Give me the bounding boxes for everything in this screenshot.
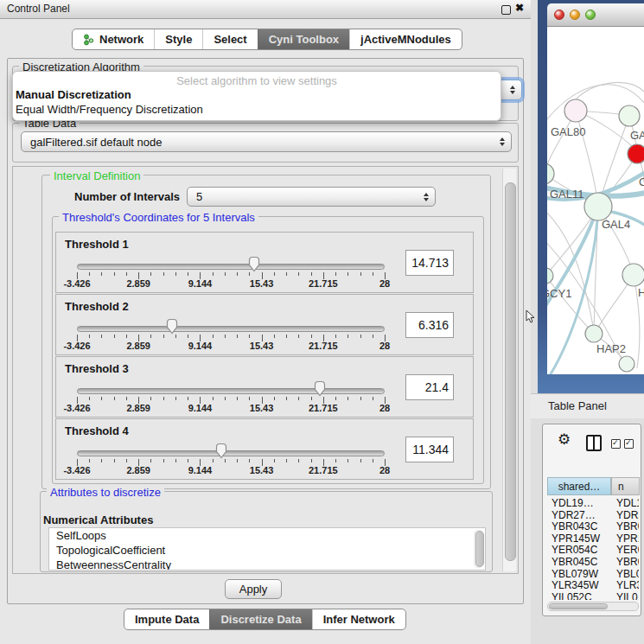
table-row[interactable]: YDL19…YDL1 xyxy=(547,497,639,509)
network-node-selected-red[interactable] xyxy=(628,144,644,163)
tick-label: 2.859 xyxy=(126,403,150,413)
tick-label: -3.426 xyxy=(63,465,90,475)
tab-network[interactable]: Network xyxy=(73,29,154,49)
traffic-light-close[interactable] xyxy=(554,10,564,20)
horizontal-scrollbar-thumb[interactable] xyxy=(549,603,608,609)
cell-shared-name: YBR043C xyxy=(552,520,597,532)
slider-track[interactable] xyxy=(77,264,385,270)
threshold-value-field[interactable]: 11.344 xyxy=(405,437,454,462)
attribute-list-item[interactable]: SelfLoops xyxy=(49,528,485,543)
slider-handle[interactable] xyxy=(313,380,327,397)
tick-mark xyxy=(286,272,287,276)
tick-mark xyxy=(225,397,226,400)
table-row[interactable]: YLR345WYLR3 xyxy=(547,579,639,591)
node-label-gcy1: GCY1 xyxy=(547,287,571,300)
tick-mark xyxy=(311,397,312,400)
column-header-name[interactable]: n xyxy=(611,477,640,495)
cell-shared-name: YDR27… xyxy=(552,509,596,521)
tab-discretize-data[interactable]: Discretize Data xyxy=(209,609,311,629)
tick-mark xyxy=(213,397,214,400)
threshold-value-field[interactable]: 21.4 xyxy=(405,374,454,400)
tab-infer-network[interactable]: Infer Network xyxy=(312,609,405,629)
threshold-value-field[interactable]: 6.316 xyxy=(405,312,454,338)
tick-mark xyxy=(126,335,127,338)
tab-label: Select xyxy=(214,33,246,46)
number-of-intervals-combobox[interactable]: 5 xyxy=(187,187,436,207)
tick-mark xyxy=(89,397,90,400)
table-data-value: galFiltered.sif default node xyxy=(30,136,162,149)
tick-mark xyxy=(237,272,238,276)
interval-definition-title: Interval Definition xyxy=(50,169,143,182)
split-columns-icon[interactable] xyxy=(586,435,602,451)
tick-mark xyxy=(348,272,348,276)
network-node-node-h[interactable] xyxy=(622,264,644,286)
slider-handle[interactable] xyxy=(214,443,228,459)
tick-mark xyxy=(114,272,115,276)
tick-mark xyxy=(348,459,348,462)
close-icon[interactable]: ✖ xyxy=(515,2,524,14)
tick-mark xyxy=(175,459,176,462)
network-window-titlebar[interactable] xyxy=(547,3,644,27)
tick-label: 2.859 xyxy=(126,465,150,475)
table-data-combobox[interactable]: galFiltered.sif default node xyxy=(21,131,512,152)
slider-track[interactable] xyxy=(77,326,385,332)
tick-mark xyxy=(175,272,176,276)
tick-label: 28 xyxy=(379,465,390,475)
threshold-2-panel: Threshold 2-3.4262.8599.14415.4321.71528… xyxy=(55,294,474,355)
slider-track[interactable] xyxy=(77,450,385,456)
tick-mark xyxy=(89,459,90,462)
network-node-node-ga[interactable] xyxy=(619,105,640,126)
network-node-gal80[interactable] xyxy=(564,99,587,122)
network-node-gal11[interactable] xyxy=(547,163,554,184)
tab-select[interactable]: Select xyxy=(202,29,257,49)
tab-label: Style xyxy=(165,33,192,46)
cell-name: YPR1 xyxy=(616,532,639,545)
traffic-light-minimize[interactable] xyxy=(570,10,580,20)
table-row[interactable]: YDR27…YDR2 xyxy=(547,509,639,521)
float-window-icon[interactable] xyxy=(501,5,511,15)
column-header-shared-name[interactable]: shared… xyxy=(547,477,611,495)
threshold-value-field[interactable]: 14.713 xyxy=(405,250,454,276)
attribute-list-item[interactable]: BetweennessCentrality xyxy=(49,558,485,571)
network-view-canvas[interactable]: GAL80GACGAL11GAL4GCY1HHAP2 xyxy=(547,27,644,374)
screenshot-root: { "titlebar": {"title": "Control Panel"}… xyxy=(0,0,644,644)
tab-cyni-toolbox[interactable]: Cyni Toolbox xyxy=(258,29,349,49)
slider-handle[interactable] xyxy=(247,256,261,272)
horizontal-scrollbar[interactable] xyxy=(547,602,639,611)
tick-mark xyxy=(348,397,348,400)
list-scrollbar[interactable] xyxy=(474,530,483,568)
network-node-gcy1[interactable] xyxy=(547,268,553,284)
slider-track[interactable] xyxy=(77,388,385,394)
panel-title: Control Panel xyxy=(7,3,70,15)
apply-button[interactable]: Apply xyxy=(225,579,282,599)
table-row[interactable]: YIL052CYIL0 xyxy=(547,591,639,600)
checkbox-icon[interactable] xyxy=(624,439,634,449)
attribute-list-item[interactable]: TopologicalCoefficient xyxy=(49,543,485,558)
table-row[interactable]: YER054CYER0 xyxy=(547,544,639,556)
tab-impute-data[interactable]: Impute Data xyxy=(124,609,209,629)
tab-style[interactable]: Style xyxy=(154,29,202,49)
network-node-hap2[interactable] xyxy=(585,325,603,342)
table-row[interactable]: YBR045CYBR0 xyxy=(547,556,639,568)
tab-jactivemnodules[interactable]: jActiveMNodules xyxy=(349,29,462,49)
control-panel-tabs: NetworkStyleSelectCyni ToolboxjActiveMNo… xyxy=(72,29,462,50)
slider-handle[interactable] xyxy=(165,318,179,335)
tick-mark xyxy=(237,459,238,462)
dropdown-option-equal-width-frequency[interactable]: Equal Width/Frequency Discretization xyxy=(16,103,203,116)
network-node-gal4[interactable] xyxy=(584,193,612,220)
vertical-scrollbar[interactable] xyxy=(502,169,516,571)
table-row[interactable]: YBR043CYBR0 xyxy=(547,520,639,532)
threshold-label: Threshold 4 xyxy=(65,424,129,437)
vertical-scrollbar-thumb[interactable] xyxy=(505,182,516,561)
tick-mark xyxy=(298,335,299,338)
checkbox-icon[interactable] xyxy=(611,439,621,449)
cell-name: YDR2 xyxy=(616,509,639,521)
tick-mark xyxy=(249,272,250,276)
table-row[interactable]: YPR145WYPR1 xyxy=(547,532,639,545)
list-scrollbar-thumb[interactable] xyxy=(475,531,484,567)
network-node-node-bottom[interactable] xyxy=(619,356,634,372)
dropdown-option-manual-discretization[interactable]: Manual Discretization xyxy=(16,88,131,101)
gear-icon[interactable]: ⚙ xyxy=(558,432,571,447)
table-row[interactable]: YBL079WYBL0 xyxy=(547,568,639,580)
traffic-light-zoom[interactable] xyxy=(585,10,596,20)
